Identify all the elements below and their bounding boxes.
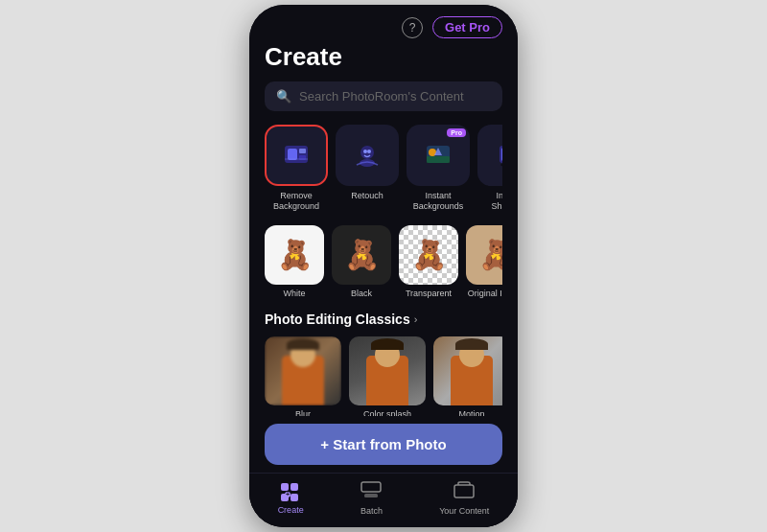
pro-badge-instant-bg: Pro (447, 128, 466, 137)
photo-label-motion: Motion (458, 409, 484, 416)
nav-item-your-content[interactable]: Your Content (439, 481, 489, 516)
bg-option-white[interactable]: 🧸 White (265, 225, 324, 298)
nav-item-create[interactable]: + Create (278, 483, 304, 515)
photo-item-blur[interactable]: Blur (265, 336, 341, 416)
cta-container: + Start from Photo (249, 416, 518, 473)
bg-thumb-white: 🧸 (265, 225, 324, 285)
bg-label-black: Black (351, 289, 372, 298)
remove-bg-icon (281, 140, 312, 171)
photo-thumb-blur (265, 336, 341, 405)
tool-instant-bg-button[interactable]: Pro (407, 125, 470, 186)
help-icon[interactable]: ? (402, 17, 423, 38)
section-title-photo-editing: Photo Editing Classics (265, 312, 410, 327)
tool-item-instant-bg: Pro InstantBackgrounds (407, 125, 470, 212)
bg-label-white: White (283, 289, 305, 298)
get-pro-button[interactable]: Get Pro (432, 16, 502, 38)
section-header-photo-editing[interactable]: Photo Editing Classics › (265, 312, 502, 327)
instant-bg-icon (423, 140, 453, 171)
svg-point-7 (363, 150, 367, 153)
search-placeholder: Search PhotoRoom's Content (299, 89, 464, 104)
section-arrow-photo-editing: › (414, 313, 418, 325)
your-content-nav-icon (453, 481, 475, 503)
tool-item-instant-shadows: Pro Instant Shadows (477, 125, 502, 212)
nav-label-batch: Batch (360, 506, 383, 516)
tool-instant-shadows-button[interactable]: Pro (477, 125, 502, 186)
search-bar[interactable]: 🔍 Search PhotoRoom's Content (265, 81, 502, 111)
header: ? Get Pro (249, 5, 518, 42)
photo-label-color-splash: Color splash (363, 409, 411, 416)
photo-label-blur: Blur (295, 409, 311, 416)
search-icon: 🔍 (276, 89, 291, 104)
photo-item-motion[interactable]: Motion (433, 336, 502, 416)
instant-shadows-icon (494, 140, 502, 171)
tools-row: RemoveBackground Retouch (265, 125, 502, 212)
page-title: Create (265, 42, 502, 72)
svg-rect-11 (427, 156, 450, 163)
bg-thumb-transparent: 🧸 (399, 225, 458, 285)
svg-point-14 (500, 163, 502, 168)
bg-option-original[interactable]: 🧸 Original Image (466, 225, 502, 298)
tool-item-retouch: Retouch (336, 125, 399, 212)
bottom-nav: + Create Batch (249, 473, 518, 527)
svg-rect-1 (288, 149, 297, 160)
nav-item-batch[interactable]: Batch (360, 481, 383, 516)
tool-retouch-button[interactable] (336, 125, 399, 186)
bg-option-transparent[interactable]: 🧸 Transparent (399, 225, 458, 298)
svg-point-8 (367, 150, 371, 153)
photo-editing-row: Blur Color splash (265, 336, 502, 416)
svg-rect-18 (454, 485, 474, 497)
bg-thumb-original: 🧸 (466, 225, 502, 285)
bg-options-row: 🧸 White 🧸 Black 🧸 Transparent (265, 225, 502, 298)
nav-label-your-content: Your Content (439, 506, 489, 516)
tool-instant-shadows-label: Instant Shadows (477, 191, 502, 212)
bg-label-original: Original Image (468, 289, 502, 298)
photo-item-color-splash[interactable]: Color splash (349, 336, 426, 416)
svg-rect-15 (501, 148, 502, 161)
bg-thumb-black: 🧸 (332, 225, 391, 285)
svg-rect-17 (364, 494, 378, 497)
screen: ? Get Pro Create 🔍 Search PhotoRoom's Co… (249, 5, 518, 527)
photo-thumb-motion (433, 336, 502, 405)
retouch-icon (352, 140, 383, 171)
create-nav-icon: + (281, 483, 300, 502)
bg-option-black[interactable]: 🧸 Black (332, 225, 391, 298)
batch-nav-icon (360, 481, 382, 503)
phone-frame: ? Get Pro Create 🔍 Search PhotoRoom's Co… (249, 5, 518, 527)
tool-item-remove-bg: RemoveBackground (265, 125, 328, 212)
photo-thumb-color-splash (349, 336, 426, 405)
svg-rect-16 (361, 482, 381, 492)
svg-rect-2 (299, 149, 306, 153)
tool-remove-bg-label: RemoveBackground (273, 191, 319, 212)
main-content: Create 🔍 Search PhotoRoom's Content (249, 42, 518, 416)
bg-label-transparent: Transparent (406, 289, 452, 298)
start-from-photo-button[interactable]: + Start from Photo (265, 424, 502, 465)
tool-remove-bg-button[interactable] (265, 125, 328, 186)
tool-instant-bg-label: InstantBackgrounds (413, 191, 464, 212)
nav-label-create: Create (278, 505, 304, 515)
tool-retouch-label: Retouch (351, 191, 384, 201)
